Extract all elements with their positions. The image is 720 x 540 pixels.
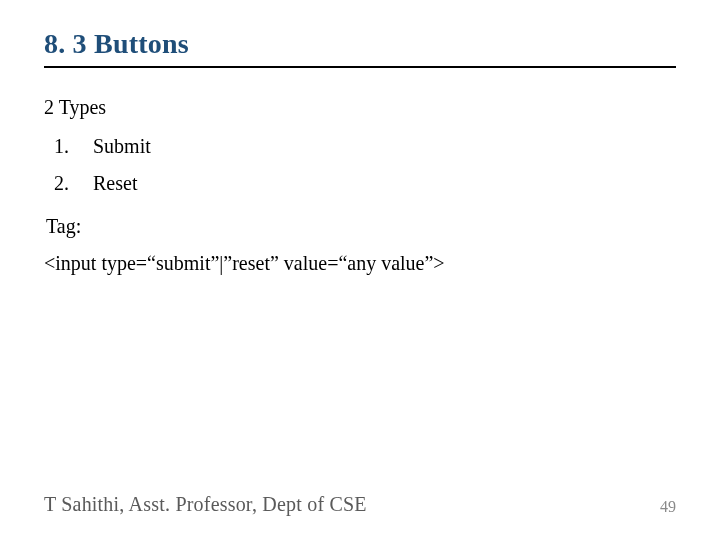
list-number: 1.: [54, 135, 80, 158]
list-number: 2.: [54, 172, 80, 195]
code-snippet: <input type=“submit”|”reset” value=“any …: [44, 252, 676, 275]
footer: T Sahithi, Asst. Professor, Dept of CSE …: [0, 493, 720, 516]
list-text: Submit: [85, 135, 151, 158]
author-line: T Sahithi, Asst. Professor, Dept of CSE: [44, 493, 367, 516]
author-text: T Sahithi, Asst. Professor, Dept of CSE: [44, 493, 367, 515]
section-heading: 8. 3 Buttons: [44, 28, 676, 68]
tag-label: Tag:: [46, 215, 676, 238]
ordered-list: 1. Submit 2. Reset: [44, 135, 676, 195]
subtitle-types: 2 Types: [44, 96, 676, 119]
list-item: 1. Submit: [54, 135, 676, 158]
slide: 8. 3 Buttons 2 Types 1. Submit 2. Reset …: [0, 0, 720, 540]
list-item: 2. Reset: [54, 172, 676, 195]
page-number: 49: [660, 498, 676, 516]
list-text: Reset: [85, 172, 137, 195]
